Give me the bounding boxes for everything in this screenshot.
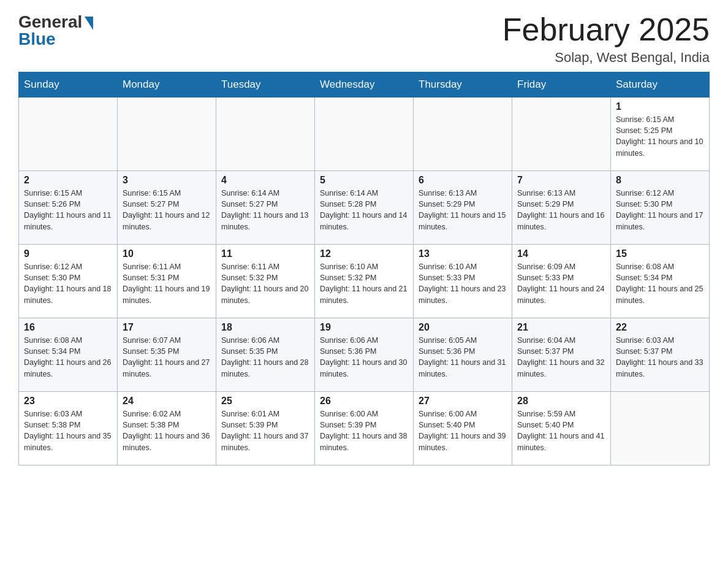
day-info: Sunrise: 6:07 AMSunset: 5:35 PMDaylight:… [123,335,211,380]
day-number: 23 [24,396,112,407]
day-info: Sunrise: 6:13 AMSunset: 5:29 PMDaylight:… [517,188,605,232]
day-info: Sunrise: 6:14 AMSunset: 5:28 PMDaylight:… [320,188,408,232]
calendar-cell: 23Sunrise: 6:03 AMSunset: 5:38 PMDayligh… [19,392,118,465]
day-number: 6 [419,175,507,186]
calendar-cell: 15Sunrise: 6:08 AMSunset: 5:34 PMDayligh… [611,245,710,318]
day-of-week-header: Sunday [19,72,118,98]
day-info: Sunrise: 6:15 AMSunset: 5:27 PMDaylight:… [123,188,211,232]
calendar-table: SundayMondayTuesdayWednesdayThursdayFrid… [18,72,710,465]
day-number: 15 [616,248,704,259]
calendar-cell: 1Sunrise: 6:15 AMSunset: 5:25 PMDaylight… [611,98,710,171]
calendar-cell [512,98,611,171]
calendar-cell: 14Sunrise: 6:09 AMSunset: 5:33 PMDayligh… [512,245,611,318]
location-subtitle: Solap, West Bengal, India [502,50,710,66]
day-info: Sunrise: 6:00 AMSunset: 5:39 PMDaylight:… [320,408,408,453]
calendar-cell: 8Sunrise: 6:12 AMSunset: 5:30 PMDaylight… [611,171,710,245]
day-number: 14 [517,248,605,259]
calendar-cell: 22Sunrise: 6:03 AMSunset: 5:37 PMDayligh… [611,318,710,392]
calendar-cell: 19Sunrise: 6:06 AMSunset: 5:36 PMDayligh… [315,318,414,392]
day-info: Sunrise: 6:03 AMSunset: 5:37 PMDaylight:… [616,335,704,380]
calendar-cell [315,98,414,171]
calendar-cell [118,98,216,171]
day-info: Sunrise: 6:03 AMSunset: 5:38 PMDaylight:… [24,408,112,453]
day-number: 3 [123,175,211,186]
calendar-cell [19,98,118,171]
day-info: Sunrise: 6:09 AMSunset: 5:33 PMDaylight:… [517,261,605,306]
day-info: Sunrise: 6:10 AMSunset: 5:33 PMDaylight:… [419,261,507,306]
title-block: February 2025 Solap, West Bengal, India [502,12,710,66]
day-number: 19 [320,322,408,333]
calendar-week-row: 16Sunrise: 6:08 AMSunset: 5:34 PMDayligh… [19,318,710,392]
calendar-cell: 3Sunrise: 6:15 AMSunset: 5:27 PMDaylight… [118,171,216,245]
calendar-cell: 21Sunrise: 6:04 AMSunset: 5:37 PMDayligh… [512,318,611,392]
calendar-cell: 16Sunrise: 6:08 AMSunset: 5:34 PMDayligh… [19,318,118,392]
day-number: 27 [419,396,507,407]
calendar-cell [216,98,315,171]
day-of-week-header: Saturday [611,72,710,98]
day-info: Sunrise: 6:06 AMSunset: 5:35 PMDaylight:… [221,335,309,380]
day-number: 28 [517,396,605,407]
day-info: Sunrise: 6:05 AMSunset: 5:36 PMDaylight:… [419,335,507,380]
day-of-week-header: Thursday [414,72,512,98]
day-number: 7 [517,175,605,186]
calendar-cell: 25Sunrise: 6:01 AMSunset: 5:39 PMDayligh… [216,392,315,465]
calendar-cell: 5Sunrise: 6:14 AMSunset: 5:28 PMDaylight… [315,171,414,245]
day-info: Sunrise: 6:13 AMSunset: 5:29 PMDaylight:… [419,188,507,232]
calendar-cell: 13Sunrise: 6:10 AMSunset: 5:33 PMDayligh… [414,245,512,318]
calendar-cell: 10Sunrise: 6:11 AMSunset: 5:31 PMDayligh… [118,245,216,318]
day-info: Sunrise: 5:59 AMSunset: 5:40 PMDaylight:… [517,408,605,453]
day-number: 12 [320,248,408,259]
day-number: 18 [221,322,309,333]
day-number: 9 [24,248,112,259]
logo-blue-text: Blue [18,29,56,49]
calendar-cell: 11Sunrise: 6:11 AMSunset: 5:32 PMDayligh… [216,245,315,318]
day-info: Sunrise: 6:15 AMSunset: 5:25 PMDaylight:… [616,114,704,159]
day-number: 24 [123,396,211,407]
day-number: 13 [419,248,507,259]
calendar-cell: 17Sunrise: 6:07 AMSunset: 5:35 PMDayligh… [118,318,216,392]
day-number: 21 [517,322,605,333]
calendar-cell: 4Sunrise: 6:14 AMSunset: 5:27 PMDaylight… [216,171,315,245]
day-number: 2 [24,175,112,186]
day-info: Sunrise: 6:08 AMSunset: 5:34 PMDaylight:… [24,335,112,380]
day-of-week-header: Tuesday [216,72,315,98]
calendar-week-row: 9Sunrise: 6:12 AMSunset: 5:30 PMDaylight… [19,245,710,318]
day-info: Sunrise: 6:02 AMSunset: 5:38 PMDaylight:… [123,408,211,453]
day-number: 22 [616,322,704,333]
day-number: 4 [221,175,309,186]
day-of-week-header: Friday [512,72,611,98]
calendar-cell: 28Sunrise: 5:59 AMSunset: 5:40 PMDayligh… [512,392,611,465]
day-number: 8 [616,175,704,186]
day-info: Sunrise: 6:12 AMSunset: 5:30 PMDaylight:… [616,188,704,232]
calendar-cell: 20Sunrise: 6:05 AMSunset: 5:36 PMDayligh… [414,318,512,392]
calendar-cell: 7Sunrise: 6:13 AMSunset: 5:29 PMDaylight… [512,171,611,245]
day-info: Sunrise: 6:15 AMSunset: 5:26 PMDaylight:… [24,188,112,232]
day-of-week-header: Monday [118,72,216,98]
day-info: Sunrise: 6:08 AMSunset: 5:34 PMDaylight:… [616,261,704,306]
calendar-cell [611,392,710,465]
day-number: 25 [221,396,309,407]
calendar-cell: 26Sunrise: 6:00 AMSunset: 5:39 PMDayligh… [315,392,414,465]
day-number: 1 [616,101,704,112]
day-number: 26 [320,396,408,407]
calendar-cell: 18Sunrise: 6:06 AMSunset: 5:35 PMDayligh… [216,318,315,392]
month-title: February 2025 [502,12,710,47]
day-number: 17 [123,322,211,333]
calendar-cell: 27Sunrise: 6:00 AMSunset: 5:40 PMDayligh… [414,392,512,465]
calendar-week-row: 23Sunrise: 6:03 AMSunset: 5:38 PMDayligh… [19,392,710,465]
day-info: Sunrise: 6:10 AMSunset: 5:32 PMDaylight:… [320,261,408,306]
day-number: 5 [320,175,408,186]
calendar-cell: 9Sunrise: 6:12 AMSunset: 5:30 PMDaylight… [19,245,118,318]
day-info: Sunrise: 6:14 AMSunset: 5:27 PMDaylight:… [221,188,309,232]
day-info: Sunrise: 6:00 AMSunset: 5:40 PMDaylight:… [419,408,507,453]
calendar-cell: 2Sunrise: 6:15 AMSunset: 5:26 PMDaylight… [19,171,118,245]
calendar-header-row: SundayMondayTuesdayWednesdayThursdayFrid… [19,72,710,98]
calendar-week-row: 1Sunrise: 6:15 AMSunset: 5:25 PMDaylight… [19,98,710,171]
calendar-cell: 12Sunrise: 6:10 AMSunset: 5:32 PMDayligh… [315,245,414,318]
day-info: Sunrise: 6:01 AMSunset: 5:39 PMDaylight:… [221,408,309,453]
calendar-cell: 24Sunrise: 6:02 AMSunset: 5:38 PMDayligh… [118,392,216,465]
day-number: 10 [123,248,211,259]
day-number: 16 [24,322,112,333]
day-of-week-header: Wednesday [315,72,414,98]
logo-arrow-icon [85,17,93,30]
